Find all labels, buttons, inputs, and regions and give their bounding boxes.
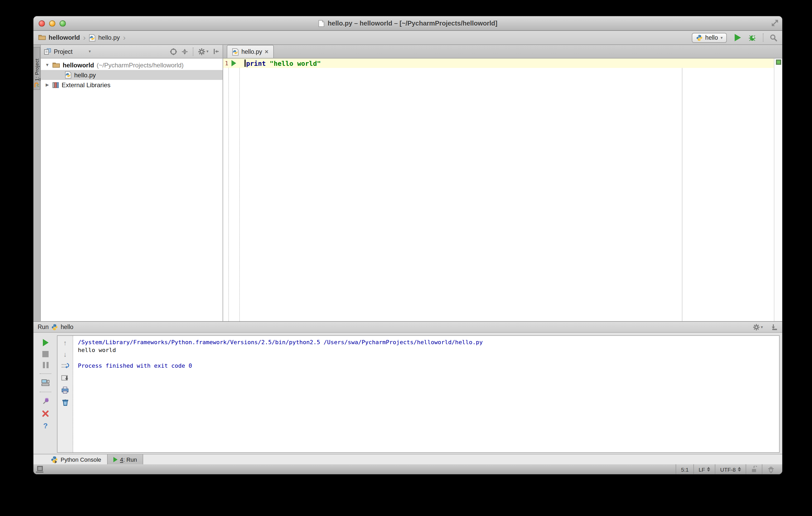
close-tab-icon[interactable]: × — [265, 49, 268, 55]
tree-row-hello-py[interactable]: hello.py — [41, 70, 223, 80]
line-separator-widget[interactable]: LF — [693, 464, 715, 474]
sidebar-item-project[interactable]: 1: Project — [33, 47, 40, 90]
project-view-selector[interactable]: Project — [54, 48, 72, 55]
pycharm-window: hello.py – helloworld – [~/PycharmProjec… — [33, 16, 782, 474]
toolwindow-bottom-bar: Python Console 4: Run — [33, 454, 782, 464]
run-left-toolbar: ? — [38, 339, 53, 429]
toolbar-separator — [763, 33, 763, 42]
collapse-all-icon[interactable] — [181, 48, 188, 55]
inspections-profile-widget[interactable] — [762, 464, 782, 474]
caret-position-widget[interactable]: 5:1 — [676, 464, 693, 474]
run-panel-body: ? ↑ ↓ — [33, 333, 782, 454]
zoom-window-button[interactable] — [60, 20, 66, 26]
minimize-panel-icon[interactable] — [771, 324, 778, 330]
chevron-down-icon: ▾ — [721, 35, 723, 40]
title-bar: hello.py – helloworld – [~/PycharmProjec… — [33, 16, 782, 31]
editor-scrollbar[interactable] — [774, 59, 782, 321]
editor-tab-bar: hello.py × — [223, 45, 782, 59]
pin-tab-icon[interactable] — [41, 397, 49, 405]
status-bar: 5:1 LF UTF-8 — [33, 464, 782, 474]
chevron-right-icon: › — [83, 33, 86, 41]
toolbar-separator — [193, 47, 193, 56]
code-line-1[interactable]: 1 print "hello world" — [223, 59, 774, 68]
run-tool-window: Run hello ▾ — [33, 321, 782, 454]
run-tab-icon — [113, 457, 117, 462]
editor-body[interactable]: 1 print "hello world" — [223, 59, 782, 321]
tree-row-project-root[interactable]: ▼ helloworld (~/PycharmProjects/hellowor… — [41, 60, 223, 70]
chevron-right-icon: › — [123, 33, 126, 41]
unlock-icon — [751, 466, 757, 473]
tab-hello-py[interactable]: hello.py × — [227, 45, 273, 58]
line-number[interactable]: 1 — [223, 60, 228, 67]
navigation-bar: helloworld › hello.py › hello ▾ — [33, 31, 782, 45]
clear-console-icon[interactable] — [61, 398, 69, 406]
print-icon[interactable] — [61, 387, 69, 394]
close-window-button[interactable] — [39, 20, 45, 26]
debug-bug-icon[interactable] — [748, 34, 757, 41]
run-panel-title: Run — [38, 324, 49, 330]
readonly-lock-widget[interactable] — [746, 464, 762, 474]
restore-layout-icon[interactable] — [41, 379, 50, 387]
project-panel-header: Project ▾ ▾ — [41, 45, 223, 59]
expander-expanded-icon[interactable]: ▼ — [45, 63, 50, 67]
rerun-button[interactable] — [42, 339, 48, 346]
hide-panel-icon[interactable] — [213, 48, 220, 55]
python-console-icon — [51, 456, 58, 463]
encoding-widget[interactable]: UTF-8 — [715, 464, 746, 474]
gutter-separator — [239, 59, 240, 321]
search-icon[interactable] — [770, 34, 778, 41]
inspection-status-square[interactable] — [776, 60, 781, 65]
breadcrumb-file[interactable]: hello.py — [98, 34, 120, 41]
scroll-to-end-icon[interactable] — [61, 374, 69, 382]
code-keyword: print — [246, 59, 266, 67]
run-line-marker-icon[interactable] — [231, 60, 236, 66]
project-view-icon — [44, 48, 51, 55]
python-file-icon — [89, 34, 96, 41]
screenshot-stage: hello.py – helloworld – [~/PycharmProjec… — [0, 0, 812, 516]
breadcrumb-project[interactable]: helloworld — [49, 34, 80, 41]
tree-libs-label: External Libraries — [62, 81, 111, 89]
console-output[interactable]: /System/Library/Frameworks/Python.framew… — [73, 336, 779, 452]
close-panel-icon[interactable] — [42, 410, 49, 417]
project-panel: Project ▾ ▾ — [41, 45, 223, 321]
fullscreen-icon[interactable] — [771, 19, 779, 27]
chevron-down-icon: ▾ — [206, 49, 208, 54]
pause-button[interactable] — [42, 362, 48, 368]
python-file-icon — [65, 71, 71, 79]
gutter-separator — [228, 59, 229, 321]
locate-file-icon[interactable] — [170, 48, 177, 55]
expander-collapsed-icon[interactable]: ▶ — [45, 83, 50, 87]
help-icon[interactable]: ? — [43, 422, 48, 429]
project-tree: ▼ helloworld (~/PycharmProjects/hellowor… — [41, 59, 223, 90]
code-string: "hello world" — [270, 59, 321, 67]
updown-arrows-icon — [707, 467, 710, 472]
console-stdout-line: hello world — [78, 346, 774, 354]
stop-button[interactable] — [42, 351, 49, 357]
pycharm-logo-icon — [34, 83, 39, 88]
toolwindow-stripe-left: 1: Project — [33, 45, 41, 321]
tab-label: hello.py — [241, 49, 262, 55]
up-stack-trace-icon[interactable]: ↑ — [63, 339, 67, 346]
main-area: 1: Project Project ▾ — [33, 45, 782, 321]
gear-icon[interactable]: ▾ — [753, 324, 763, 330]
folder-icon — [52, 62, 60, 68]
toolwindow-switcher-icon[interactable] — [36, 466, 44, 473]
run-configuration-select[interactable]: hello ▾ — [692, 33, 727, 42]
tree-project-name: helloworld — [63, 61, 94, 69]
tree-row-external-libraries[interactable]: ▶ External Libraries — [41, 80, 223, 90]
down-stack-trace-icon[interactable]: ↓ — [63, 351, 67, 358]
minimize-window-button[interactable] — [49, 20, 55, 26]
gear-icon[interactable]: ▾ — [198, 48, 208, 55]
window-title: hello.py – helloworld – [~/PycharmProjec… — [328, 20, 497, 27]
tab-python-console[interactable]: Python Console — [45, 454, 107, 464]
tab-run[interactable]: 4: Run — [107, 454, 143, 464]
libraries-icon — [52, 82, 59, 88]
tree-file-name: hello.py — [74, 71, 96, 79]
console-container: ↑ ↓ — [57, 335, 780, 453]
python-console-label: Python Console — [61, 456, 101, 462]
hector-inspector-icon — [767, 465, 775, 473]
console-exit-line: Process finished with exit code 0 — [78, 362, 774, 370]
soft-wrap-icon[interactable] — [61, 362, 69, 370]
run-button[interactable] — [735, 34, 741, 41]
right-margin-guide — [682, 59, 683, 321]
